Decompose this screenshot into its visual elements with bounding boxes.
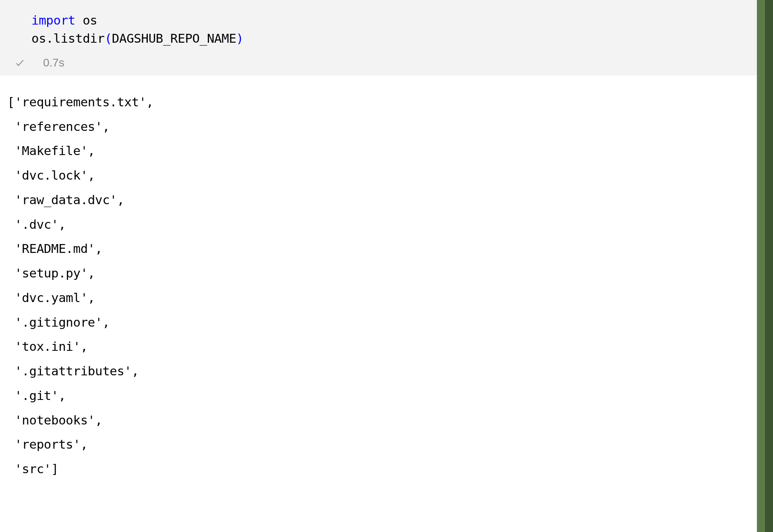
code-block[interactable]: import os os.listdir(DAGSHUB_REPO_NAME) [0,11,773,53]
output-line: 'tox.ini', [7,334,773,359]
output-line: 'Makefile', [7,139,773,163]
output-line: 'dvc.yaml', [7,286,773,310]
paren-open: ( [105,31,112,46]
cell-input-area[interactable]: import os os.listdir(DAGSHUB_REPO_NAME) … [0,0,773,75]
output-line: '.dvc', [7,212,773,237]
output-line: '.gitattributes', [7,359,773,383]
check-icon [14,57,25,68]
output-line: 'reports', [7,432,773,457]
output-line: 'raw_data.dvc', [7,188,773,212]
code-line-1: import os [31,11,773,29]
execution-status-bar: 0.7s [0,53,773,75]
cell-output-area: ['requirements.txt', 'references', 'Make… [0,75,773,481]
output-line: 'setup.py', [7,261,773,286]
output-line: ['requirements.txt', [7,90,773,114]
output-line: 'src'] [7,457,773,481]
output-line: 'references', [7,114,773,139]
output-line: '.gitignore', [7,310,773,335]
output-line: 'README.md', [7,236,773,261]
scrollbar-track[interactable] [757,0,773,532]
code-text: DAGSHUB_REPO_NAME [112,31,236,46]
execution-time: 0.7s [35,56,64,69]
output-line: 'notebooks', [7,408,773,433]
paren-close: ) [236,31,244,46]
code-text: os.listdir [31,31,105,46]
output-line: '.git', [7,383,773,408]
notebook-cell-container: import os os.listdir(DAGSHUB_REPO_NAME) … [0,0,773,532]
keyword-import: import [31,13,75,27]
code-text: os [75,13,97,27]
code-line-2: os.listdir(DAGSHUB_REPO_NAME) [31,29,773,48]
output-line: 'dvc.lock', [7,163,773,188]
